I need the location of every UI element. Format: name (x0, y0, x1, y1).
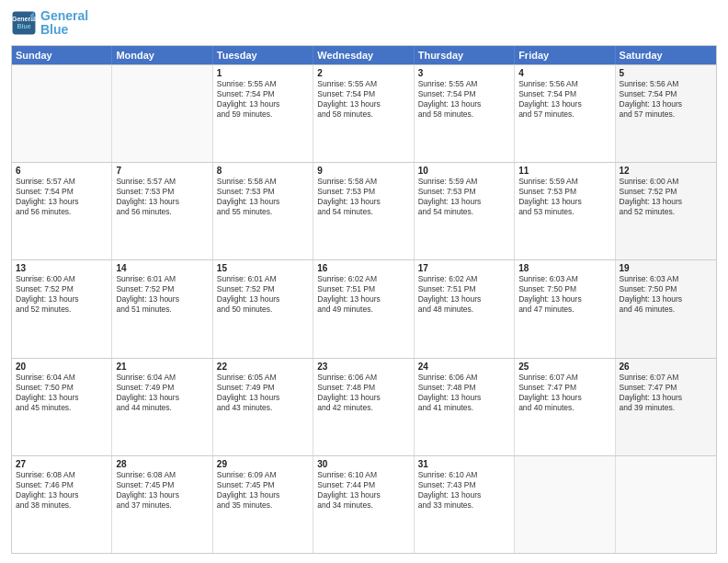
day-number: 22 (217, 362, 309, 372)
cell-info-line: Sunrise: 5:59 AM (418, 177, 510, 187)
cal-cell: 4Sunrise: 5:56 AMSunset: 7:54 PMDaylight… (515, 65, 615, 162)
cell-info-line: Sunrise: 6:05 AM (217, 373, 309, 383)
cell-info-line: Sunrise: 6:00 AM (620, 177, 712, 187)
day-number: 31 (418, 459, 510, 469)
cell-info-line: Sunset: 7:48 PM (317, 383, 409, 393)
cell-info-line: and 41 minutes. (418, 403, 510, 413)
cal-cell: 20Sunrise: 6:04 AMSunset: 7:50 PMDayligh… (12, 359, 112, 455)
svg-text:Blue: Blue (17, 24, 30, 30)
cell-info-line: Sunrise: 5:56 AM (620, 79, 712, 89)
day-number: 11 (518, 166, 610, 176)
cell-info-line: Daylight: 13 hours (16, 393, 108, 403)
cell-info-line: Sunset: 7:45 PM (217, 480, 309, 490)
cell-info-line: Sunset: 7:53 PM (317, 187, 409, 197)
day-number: 2 (317, 68, 409, 78)
cell-info-line: Daylight: 13 hours (518, 393, 610, 403)
cell-info-line: Sunrise: 5:58 AM (217, 177, 309, 187)
cell-info-line: Sunset: 7:50 PM (620, 284, 712, 294)
cal-cell: 7Sunrise: 5:57 AMSunset: 7:53 PMDaylight… (112, 163, 212, 259)
cell-info-line: and 53 minutes. (518, 207, 610, 217)
cell-info-line: Sunrise: 6:02 AM (317, 274, 409, 284)
cell-info-line: Sunset: 7:49 PM (217, 383, 309, 393)
cal-cell: 22Sunrise: 6:05 AMSunset: 7:49 PMDayligh… (213, 359, 313, 455)
logo: General Blue General Blue (11, 9, 88, 38)
cell-info-line: Sunrise: 6:09 AM (217, 470, 309, 480)
cal-cell: 19Sunrise: 6:03 AMSunset: 7:50 PMDayligh… (616, 260, 716, 357)
day-number: 24 (418, 362, 510, 372)
cell-info-line: Sunrise: 5:55 AM (217, 79, 309, 89)
cell-info-line: Sunrise: 5:55 AM (418, 79, 510, 89)
cell-info-line: and 34 minutes. (317, 500, 409, 511)
cell-info-line: Sunrise: 6:08 AM (116, 470, 208, 480)
calendar-row-2: 13Sunrise: 6:00 AMSunset: 7:52 PMDayligh… (12, 259, 716, 357)
day-number: 17 (418, 263, 510, 273)
cell-info-line: Daylight: 13 hours (116, 197, 208, 207)
cell-info-line: and 56 minutes. (116, 207, 208, 217)
cell-info-line: Sunset: 7:54 PM (518, 89, 610, 99)
calendar-body: 1Sunrise: 5:55 AMSunset: 7:54 PMDaylight… (12, 64, 716, 553)
cal-cell: 27Sunrise: 6:08 AMSunset: 7:46 PMDayligh… (12, 456, 112, 553)
cell-info-line: Daylight: 13 hours (317, 294, 409, 304)
cal-cell: 28Sunrise: 6:08 AMSunset: 7:45 PMDayligh… (112, 456, 212, 553)
cal-cell (12, 65, 112, 162)
day-number: 28 (116, 459, 208, 469)
day-number: 27 (16, 459, 108, 469)
cal-cell: 8Sunrise: 5:58 AMSunset: 7:53 PMDaylight… (213, 163, 313, 259)
cal-cell: 17Sunrise: 6:02 AMSunset: 7:51 PMDayligh… (415, 260, 515, 357)
cell-info-line: Sunset: 7:53 PM (217, 187, 309, 197)
day-number: 30 (317, 459, 409, 469)
cell-info-line: and 35 minutes. (217, 500, 309, 511)
cell-info-line: Sunset: 7:54 PM (620, 89, 712, 99)
cell-info-line: Daylight: 13 hours (317, 197, 409, 207)
cell-info-line: and 38 minutes. (16, 500, 108, 511)
cal-cell: 15Sunrise: 6:01 AMSunset: 7:52 PMDayligh… (213, 260, 313, 357)
cal-cell: 12Sunrise: 6:00 AMSunset: 7:52 PMDayligh… (616, 163, 716, 259)
cell-info-line: and 58 minutes. (317, 109, 409, 120)
cell-info-line: Daylight: 13 hours (217, 294, 309, 304)
day-number: 15 (217, 263, 309, 273)
cell-info-line: and 45 minutes. (16, 403, 108, 413)
cal-cell: 1Sunrise: 5:55 AMSunset: 7:54 PMDaylight… (213, 65, 313, 162)
day-number: 14 (116, 263, 208, 273)
cell-info-line: and 37 minutes. (116, 500, 208, 511)
cell-info-line: Sunset: 7:43 PM (418, 480, 510, 490)
cell-info-line: Sunset: 7:44 PM (317, 480, 409, 490)
cell-info-line: Daylight: 13 hours (620, 294, 712, 304)
cell-info-line: Sunset: 7:45 PM (116, 480, 208, 490)
cell-info-line: and 57 minutes. (620, 109, 712, 120)
cell-info-line: Daylight: 13 hours (16, 490, 108, 500)
cal-cell: 10Sunrise: 5:59 AMSunset: 7:53 PMDayligh… (415, 163, 515, 259)
cell-info-line: Daylight: 13 hours (620, 99, 712, 109)
calendar-row-0: 1Sunrise: 5:55 AMSunset: 7:54 PMDaylight… (12, 64, 716, 162)
cell-info-line: Sunset: 7:47 PM (518, 383, 610, 393)
logo-icon: General Blue (11, 10, 37, 36)
cell-info-line: and 54 minutes. (317, 207, 409, 217)
cell-info-line: Sunset: 7:53 PM (418, 187, 510, 197)
cell-info-line: and 39 minutes. (620, 403, 712, 413)
day-number: 16 (317, 263, 409, 273)
day-number: 6 (16, 166, 108, 176)
cal-cell: 30Sunrise: 6:10 AMSunset: 7:44 PMDayligh… (313, 456, 414, 553)
calendar: SundayMondayTuesdayWednesdayThursdayFrid… (11, 45, 717, 554)
cell-info-line: Sunrise: 5:57 AM (116, 177, 208, 187)
cal-cell: 6Sunrise: 5:57 AMSunset: 7:54 PMDaylight… (12, 163, 112, 259)
cell-info-line: and 52 minutes. (16, 304, 108, 315)
cell-info-line: Sunset: 7:54 PM (418, 89, 510, 99)
day-number: 8 (217, 166, 309, 176)
header-day-thursday: Thursday (415, 46, 515, 64)
cell-info-line: Daylight: 13 hours (418, 294, 510, 304)
calendar-row-1: 6Sunrise: 5:57 AMSunset: 7:54 PMDaylight… (12, 162, 716, 259)
header-day-tuesday: Tuesday (213, 46, 313, 64)
cell-info-line: Daylight: 13 hours (317, 393, 409, 403)
cal-cell: 2Sunrise: 5:55 AMSunset: 7:54 PMDaylight… (313, 65, 414, 162)
cell-info-line: Sunrise: 6:07 AM (620, 373, 712, 383)
cell-info-line: Sunset: 7:53 PM (116, 187, 208, 197)
cell-info-line: Sunrise: 6:08 AM (16, 470, 108, 480)
day-number: 3 (418, 68, 510, 78)
cell-info-line: and 58 minutes. (418, 109, 510, 120)
cal-cell: 3Sunrise: 5:55 AMSunset: 7:54 PMDaylight… (415, 65, 515, 162)
cell-info-line: Daylight: 13 hours (620, 197, 712, 207)
day-number: 18 (518, 263, 610, 273)
header-day-sunday: Sunday (12, 46, 112, 64)
cell-info-line: Sunrise: 6:04 AM (116, 373, 208, 383)
